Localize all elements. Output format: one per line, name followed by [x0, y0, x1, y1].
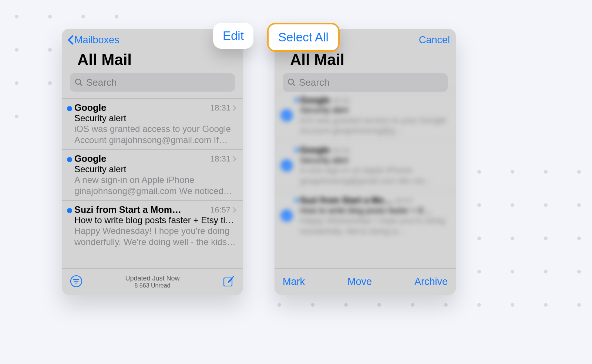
search-placeholder: Search	[299, 77, 329, 88]
archive-button[interactable]: Archive	[414, 276, 448, 288]
sender: Suzi from Start a Mo…	[300, 195, 393, 205]
time: 18:31	[332, 96, 350, 104]
time: 16:57	[210, 205, 231, 215]
chevron-left-icon	[68, 35, 74, 45]
checkmark-icon	[281, 110, 293, 121]
sender: Google	[74, 153, 106, 164]
checkmark-icon	[281, 210, 293, 221]
svg-line-1	[80, 84, 82, 86]
edit-button[interactable]: Edit	[213, 23, 253, 49]
select-all-button[interactable]: Select All	[267, 23, 340, 52]
edit-toolbar: Mark Move Archive	[275, 268, 456, 295]
sender: Suzi from Start a Mom…	[74, 204, 181, 215]
preview: A new sign-in on Apple iPhone ginajohnso…	[300, 165, 451, 186]
unread-dot-icon	[67, 208, 72, 213]
svg-line-8	[293, 84, 295, 86]
unread-dot-icon	[295, 148, 298, 152]
email-list: Google 18:31 Security alert iOS was gran…	[62, 98, 243, 251]
unread-dot-icon	[67, 157, 72, 162]
page-title: All Mail	[275, 51, 456, 72]
preview: Happy Wednesday! I hope you're doing won…	[300, 215, 451, 236]
subject: Security alert	[300, 105, 451, 115]
time: 18:31	[210, 154, 231, 164]
back-button[interactable]: Mailboxes	[68, 34, 120, 46]
unread-dot-icon	[67, 106, 72, 111]
sender: Google	[74, 102, 106, 113]
compose-icon	[222, 275, 235, 288]
email-row-selected[interactable]: Suzi from Start a Mo… 16:57 How to write…	[275, 190, 456, 241]
subject: How to write blog posts faster + E…	[300, 205, 451, 215]
email-row[interactable]: Suzi from Start a Mom… 16:57 How to writ…	[62, 200, 243, 251]
subject: Security alert	[74, 113, 236, 123]
chevron-right-icon	[233, 156, 236, 162]
search-input[interactable]: Search	[283, 73, 448, 92]
mark-button[interactable]: Mark	[283, 276, 305, 288]
subject: Security alert	[74, 164, 236, 174]
email-row[interactable]: Google 18:31 Security alert iOS was gran…	[62, 98, 243, 149]
checkmark-icon	[281, 160, 293, 171]
toolbar: Updated Just Now 8 563 Unread	[62, 268, 243, 295]
preview: iOS was granted access to your Google Ac…	[300, 115, 451, 136]
email-row-selected[interactable]: Google 18:31 Security alert A new sign-i…	[275, 140, 456, 191]
move-button[interactable]: Move	[347, 276, 372, 288]
time: 18:31	[332, 146, 350, 154]
preview: iOS was granted access to your Google Ac…	[74, 123, 236, 146]
email-row-selected[interactable]: Google 18:31 Security alert iOS was gran…	[275, 90, 456, 140]
sender: Google	[300, 145, 330, 155]
chevron-right-icon	[233, 105, 236, 111]
status-line: Updated Just Now	[125, 275, 179, 282]
unread-dot-icon	[295, 98, 298, 102]
filter-button[interactable]	[70, 275, 83, 289]
phone-mail-edit: Cancel All Mail Search Google 18:31 Secu…	[275, 29, 456, 295]
svg-point-0	[75, 79, 81, 84]
compose-button[interactable]	[222, 275, 235, 289]
preview: A new sign-in on Apple iPhone ginajohnso…	[74, 174, 236, 197]
search-placeholder: Search	[86, 77, 117, 88]
cancel-button[interactable]: Cancel	[419, 34, 450, 46]
preview: Happy Wednesday! I hope you're doing won…	[74, 225, 236, 248]
svg-point-7	[288, 79, 293, 84]
search-input[interactable]: Search	[70, 73, 235, 92]
status-text: Updated Just Now 8 563 Unread	[125, 275, 179, 289]
sender: Google	[300, 95, 330, 105]
time: 16:57	[394, 197, 413, 205]
subject: How to write blog posts faster + Etsy ti…	[74, 215, 236, 225]
page-title: All Mail	[62, 51, 243, 72]
unread-dot-icon	[295, 198, 298, 202]
subject: Security alert	[300, 155, 451, 165]
unread-count: 8 563 Unread	[125, 282, 179, 289]
time: 18:31	[210, 103, 231, 113]
chevron-right-icon	[233, 207, 236, 213]
filter-icon	[70, 275, 83, 288]
back-label: Mailboxes	[74, 34, 120, 46]
phone-mail-list: Mailboxes All Mail Search Google 18:31 S…	[62, 29, 243, 295]
search-icon	[287, 78, 296, 87]
search-icon	[74, 78, 83, 87]
email-row[interactable]: Google 18:31 Security alert A new sign-i…	[62, 149, 243, 200]
